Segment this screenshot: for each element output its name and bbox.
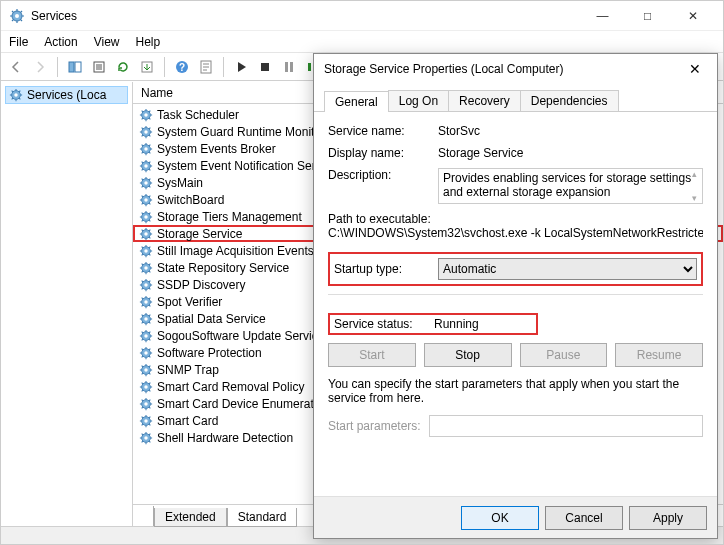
stop-button[interactable]: Stop — [424, 343, 512, 367]
description-box[interactable]: Provides enabling services for storage s… — [438, 168, 703, 204]
service-icon — [139, 176, 153, 190]
value-service-name: StorSvc — [438, 124, 703, 138]
tab-general[interactable]: General — [324, 91, 389, 112]
startup-type-select[interactable]: Automatic — [438, 258, 697, 280]
column-name: Name — [141, 86, 173, 100]
service-icon — [139, 159, 153, 173]
properties-dialog: Storage Service Properties (Local Comput… — [313, 53, 718, 539]
close-button[interactable]: ✕ — [670, 1, 715, 31]
menu-view[interactable]: View — [94, 35, 120, 49]
label-service-status: Service status: — [334, 317, 434, 331]
tab-recovery[interactable]: Recovery — [448, 90, 521, 111]
apply-button[interactable]: Apply — [629, 506, 707, 530]
service-icon — [139, 414, 153, 428]
service-icon — [139, 278, 153, 292]
dialog-close-button[interactable]: ✕ — [683, 61, 707, 77]
svg-rect-17 — [261, 63, 269, 71]
service-name-label: Smart Card — [157, 414, 218, 428]
label-startup-type: Startup type: — [334, 262, 438, 276]
export-list-button[interactable] — [136, 56, 158, 78]
service-icon — [139, 397, 153, 411]
titlebar: Services — □ ✕ — [1, 1, 723, 31]
value-display-name: Storage Service — [438, 146, 703, 160]
svg-text:?: ? — [179, 62, 185, 73]
dialog-titlebar[interactable]: Storage Service Properties (Local Comput… — [314, 54, 717, 84]
value-description: Provides enabling services for storage s… — [443, 171, 691, 199]
service-name-label: Still Image Acquisition Events — [157, 244, 314, 258]
service-name-label: Shell Hardware Detection — [157, 431, 293, 445]
service-name-label: SogouSoftware Update Service N — [157, 329, 336, 343]
window-title: Services — [31, 9, 580, 23]
service-icon — [139, 363, 153, 377]
maximize-button[interactable]: □ — [625, 1, 670, 31]
service-name-label: Software Protection — [157, 346, 262, 360]
start-parameters-input — [429, 415, 703, 437]
tab-logon[interactable]: Log On — [388, 90, 449, 111]
forward-button[interactable] — [29, 56, 51, 78]
start-service-button[interactable] — [230, 56, 252, 78]
label-display-name: Display name: — [328, 146, 438, 160]
service-name-label: Spatial Data Service — [157, 312, 266, 326]
tab-dependencies[interactable]: Dependencies — [520, 90, 619, 111]
dialog-footer: OK Cancel Apply — [314, 496, 717, 538]
service-icon — [139, 431, 153, 445]
service-name-label: SSDP Discovery — [157, 278, 245, 292]
export-button[interactable] — [88, 56, 110, 78]
service-name-label: System Events Broker — [157, 142, 276, 156]
service-name-label: SNMP Trap — [157, 363, 219, 377]
service-icon — [139, 142, 153, 156]
value-service-status: Running — [434, 317, 479, 331]
tree-pane: Services (Loca — [1, 82, 133, 526]
label-start-parameters: Start parameters: — [328, 419, 421, 433]
svg-rect-20 — [308, 63, 311, 71]
startup-type-row: Startup type: Automatic — [328, 252, 703, 286]
show-hide-tree-button[interactable] — [64, 56, 86, 78]
service-icon — [139, 244, 153, 258]
pause-button: Pause — [520, 343, 608, 367]
service-icon — [139, 125, 153, 139]
svg-rect-10 — [69, 62, 74, 72]
start-params-note: You can specify the start parameters tha… — [328, 377, 703, 405]
service-name-label: System Guard Runtime Monitor B — [157, 125, 336, 139]
description-scrollbar[interactable]: ▴▾ — [686, 169, 702, 203]
svg-rect-11 — [75, 62, 81, 72]
service-icon — [139, 329, 153, 343]
label-service-name: Service name: — [328, 124, 438, 138]
svg-rect-19 — [290, 62, 293, 72]
menu-file[interactable]: File — [9, 35, 28, 49]
service-name-label: System Event Notification Service — [157, 159, 337, 173]
service-icon — [139, 227, 153, 241]
minimize-button[interactable]: — — [580, 1, 625, 31]
menu-help[interactable]: Help — [136, 35, 161, 49]
properties-button[interactable] — [195, 56, 217, 78]
tree-root-label: Services (Loca — [27, 88, 106, 102]
tree-root-services[interactable]: Services (Loca — [5, 86, 128, 104]
service-icon — [139, 193, 153, 207]
service-icon — [139, 346, 153, 360]
services-icon — [9, 8, 25, 24]
services-node-icon — [9, 88, 23, 102]
ok-button[interactable]: OK — [461, 506, 539, 530]
service-icon — [139, 108, 153, 122]
pause-service-button[interactable] — [278, 56, 300, 78]
tab-extended[interactable]: Extended — [154, 508, 227, 527]
service-name-label: State Repository Service — [157, 261, 289, 275]
start-button: Start — [328, 343, 416, 367]
svg-rect-18 — [285, 62, 288, 72]
service-name-label: Spot Verifier — [157, 295, 222, 309]
stop-service-button[interactable] — [254, 56, 276, 78]
service-status-row: Service status: Running — [328, 313, 538, 335]
cancel-button[interactable]: Cancel — [545, 506, 623, 530]
resume-button: Resume — [615, 343, 703, 367]
tab-standard[interactable]: Standard — [227, 508, 298, 527]
help-button[interactable]: ? — [171, 56, 193, 78]
dialog-title-text: Storage Service Properties (Local Comput… — [324, 62, 683, 76]
service-name-label: SysMain — [157, 176, 203, 190]
menu-action[interactable]: Action — [44, 35, 77, 49]
service-name-label: Task Scheduler — [157, 108, 239, 122]
menubar: File Action View Help — [1, 31, 723, 53]
service-name-label: SwitchBoard — [157, 193, 224, 207]
refresh-button[interactable] — [112, 56, 134, 78]
back-button[interactable] — [5, 56, 27, 78]
service-icon — [139, 380, 153, 394]
